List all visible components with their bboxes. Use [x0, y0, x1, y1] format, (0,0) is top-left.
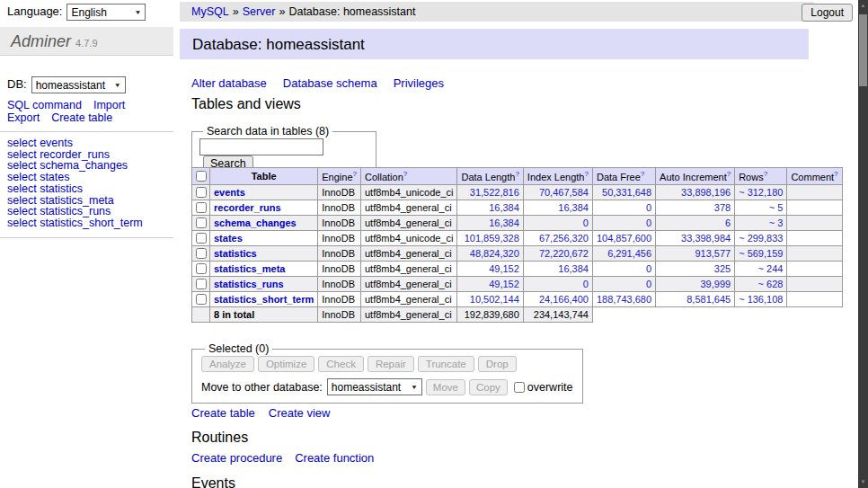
table-link-statistics-meta[interactable]: statistics_meta [214, 263, 286, 274]
table-total-row: 8 in totalInnoDButf8mb4_general_ci192,83… [192, 306, 843, 322]
data-length-link-statistics-short-term[interactable]: 10,502,144 [470, 294, 519, 305]
data-length-link-statistics[interactable]: 48,824,320 [470, 248, 519, 259]
create-procedure-link[interactable]: Create procedure [191, 451, 282, 465]
row-checkbox-recorder-runs[interactable] [196, 202, 207, 213]
index-length-link-recorder-runs[interactable]: 16,384 [558, 202, 589, 213]
help-icon[interactable]: ? [353, 170, 357, 178]
data-length-link-events[interactable]: 31,522,816 [470, 187, 519, 198]
database-schema-link[interactable]: Database schema [283, 76, 377, 90]
logout-button[interactable]: Logout [802, 4, 853, 22]
row-checkbox-statistics[interactable] [196, 248, 207, 259]
row-checkbox-events[interactable] [196, 187, 207, 198]
data-length-link-statistics-runs[interactable]: 49,152 [489, 279, 519, 289]
table-link-statistics-runs[interactable]: statistics_runs [214, 279, 284, 289]
rows-link-events[interactable]: ~ 312,180 [739, 187, 783, 198]
cell-data-free: 104,857,600 [592, 230, 655, 245]
data-free-link-schema-changes[interactable]: 0 [646, 217, 651, 228]
browser-scrollbar[interactable]: ▲ ▼ [858, 0, 868, 488]
table-link-statistics-short-term[interactable]: statistics_short_term [214, 294, 314, 305]
rows-link-statistics[interactable]: ~ 569,159 [739, 248, 783, 259]
create-view-link[interactable]: Create view [269, 406, 331, 420]
rows-link-recorder-runs[interactable]: ~ 5 [769, 202, 784, 213]
index-length-link-states[interactable]: 67,256,320 [539, 233, 589, 244]
table-link-states[interactable]: states [214, 233, 243, 244]
select-all-checkbox[interactable] [196, 171, 207, 182]
rows-link-schema-changes[interactable]: ~ 3 [769, 217, 784, 228]
index-length-link-statistics[interactable]: 72,220,672 [539, 248, 589, 259]
auto-increment-link-recorder-runs[interactable]: 378 [714, 202, 731, 213]
sidebar-action-import[interactable]: Import [93, 99, 125, 111]
table-link-recorder-runs[interactable]: recorder_runs [214, 202, 281, 213]
breadcrumb-link-server[interactable]: Server [243, 5, 276, 18]
scroll-up-icon[interactable]: ▲ [858, 0, 868, 12]
data-length-link-statistics-meta[interactable]: 49,152 [489, 263, 519, 274]
data-free-link-recorder-runs[interactable]: 0 [646, 202, 651, 213]
help-icon[interactable]: ? [641, 170, 644, 178]
rows-link-states[interactable]: ~ 299,833 [739, 233, 783, 244]
row-checkbox-statistics-meta[interactable] [196, 263, 207, 274]
auto-increment-link-states[interactable]: 33,398,984 [681, 233, 731, 244]
data-length-link-schema-changes[interactable]: 16,384 [489, 217, 519, 228]
rows-link-statistics-runs[interactable]: ~ 628 [758, 279, 784, 289]
row-checkbox-statistics-runs[interactable] [196, 279, 207, 289]
auto-increment-link-statistics-runs[interactable]: 39,999 [701, 279, 731, 289]
data-length-link-states[interactable]: 101,859,328 [465, 233, 519, 244]
create-function-link[interactable]: Create function [295, 451, 374, 465]
scrollbar-thumb[interactable] [859, 14, 867, 86]
rows-link-statistics-short-term[interactable]: ~ 136,108 [739, 294, 783, 305]
auto-increment-link-events[interactable]: 33,898,196 [681, 187, 731, 198]
sidebar-select-statistics-short-term[interactable]: select statistics_short_term [7, 217, 143, 229]
help-icon[interactable]: ? [834, 170, 837, 178]
table-link-statistics[interactable]: statistics [214, 248, 257, 259]
truncate-button[interactable]: Truncate [418, 356, 474, 372]
breadcrumb-link-mysql[interactable]: MySQL [191, 5, 229, 18]
table-link-schema-changes[interactable]: schema_changes [214, 217, 297, 228]
index-length-link-statistics-meta[interactable]: 16,384 [558, 263, 589, 274]
data-free-link-states[interactable]: 104,857,600 [597, 233, 651, 244]
check-button[interactable]: Check [318, 356, 364, 372]
db-select[interactable]: homeassistant [31, 76, 126, 93]
data-free-link-statistics-meta[interactable]: 0 [646, 263, 651, 274]
sidebar-action-export[interactable]: Export [7, 111, 40, 124]
auto-increment-link-statistics-meta[interactable]: 325 [714, 263, 731, 274]
drop-button[interactable]: Drop [478, 356, 517, 372]
cell-rows: ~ 244 [735, 261, 787, 276]
search-input[interactable] [199, 138, 323, 155]
index-length-link-statistics-runs[interactable]: 0 [583, 279, 589, 289]
index-length-link-statistics-short-term[interactable]: 24,166,400 [539, 294, 589, 305]
help-icon[interactable]: ? [403, 170, 407, 178]
data-free-link-statistics-runs[interactable]: 0 [646, 279, 651, 289]
row-checkbox-statistics-short-term[interactable] [196, 294, 207, 305]
auto-increment-link-schema-changes[interactable]: 6 [725, 217, 731, 228]
data-free-link-statistics[interactable]: 6,291,456 [607, 248, 651, 259]
index-length-link-schema-changes[interactable]: 0 [583, 217, 589, 228]
data-length-link-recorder-runs[interactable]: 16,384 [489, 202, 519, 213]
alter-database-link[interactable]: Alter database [191, 76, 267, 90]
overwrite-checkbox[interactable] [514, 382, 525, 393]
move-button[interactable]: Move [426, 379, 465, 395]
data-free-link-statistics-short-term[interactable]: 188,743,680 [597, 294, 651, 305]
privileges-link[interactable]: Privileges [394, 76, 444, 90]
auto-increment-link-statistics-short-term[interactable]: 8,581,645 [686, 294, 731, 305]
table-link-events[interactable]: events [214, 187, 245, 198]
language-select[interactable]: English [66, 4, 146, 21]
optimize-button[interactable]: Optimize [258, 356, 314, 372]
help-icon[interactable]: ? [727, 170, 731, 178]
help-icon[interactable]: ? [764, 170, 767, 178]
move-db-select[interactable]: homeassistant [327, 378, 422, 395]
row-checkbox-states[interactable] [196, 233, 207, 244]
data-free-link-events[interactable]: 50,331,648 [602, 187, 651, 198]
rows-link-statistics-meta[interactable]: ~ 244 [758, 263, 784, 274]
row-checkbox-schema-changes[interactable] [196, 217, 207, 228]
create-table-link[interactable]: Create table [191, 406, 255, 420]
help-icon[interactable]: ? [515, 170, 518, 178]
repair-button[interactable]: Repair [368, 356, 414, 372]
sidebar-action-create-table[interactable]: Create table [51, 111, 112, 124]
copy-button[interactable]: Copy [469, 379, 508, 395]
index-length-link-events[interactable]: 70,467,584 [539, 187, 589, 198]
analyze-button[interactable]: Analyze [201, 356, 254, 372]
help-icon[interactable]: ? [584, 170, 588, 178]
sidebar-action-sql-command[interactable]: SQL command [7, 99, 82, 111]
auto-increment-link-statistics[interactable]: 913,577 [695, 248, 731, 259]
scroll-down-icon[interactable]: ▼ [858, 476, 868, 488]
